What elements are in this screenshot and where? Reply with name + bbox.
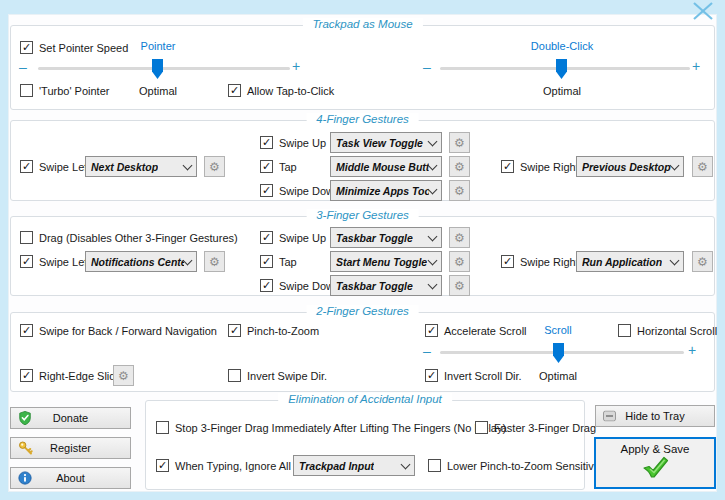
4f-swipe-right-gear-button[interactable]: ⚙ bbox=[692, 156, 713, 177]
3f-swipe-left-gear-button[interactable]: ⚙ bbox=[204, 251, 225, 272]
3f-tap-checkbox[interactable]: Tap bbox=[260, 255, 297, 268]
hide-to-tray-button[interactable]: Hide to Tray bbox=[595, 405, 715, 427]
3f-tap-dropdown[interactable]: Start Menu Toggle bbox=[330, 251, 442, 272]
gear-icon: ⚙ bbox=[454, 137, 465, 149]
pointer-plus-label: + bbox=[292, 59, 300, 73]
4f-swipe-down-checkbox[interactable]: Swipe Down bbox=[260, 184, 340, 197]
dropdown-value: Start Menu Toggle bbox=[336, 256, 427, 268]
2f-right-edge-slide-gear-button[interactable]: ⚙ bbox=[113, 365, 134, 386]
checkbox-label: Invert Scroll Dir. bbox=[444, 370, 522, 382]
2f-invert-scroll-checkbox[interactable]: Invert Scroll Dir. bbox=[425, 369, 522, 382]
set-pointer-speed-checkbox[interactable]: Set Pointer Speed bbox=[20, 41, 128, 54]
ignore-input-dropdown[interactable]: Trackpad Input bbox=[293, 455, 415, 476]
dropdown-value: Task View Toggle bbox=[336, 137, 423, 149]
4f-swipe-left-gear-button[interactable]: ⚙ bbox=[204, 156, 225, 177]
3f-tap-gear-button[interactable]: ⚙ bbox=[449, 251, 470, 272]
checkbox-label: Swipe Left bbox=[39, 161, 90, 173]
gear-icon: ⚙ bbox=[454, 232, 465, 244]
turbo-pointer-checkbox[interactable]: 'Turbo' Pointer bbox=[20, 84, 109, 97]
chevron-down-icon bbox=[670, 255, 680, 265]
pointer-slider-track[interactable] bbox=[38, 67, 290, 70]
4f-swipe-up-gear-button[interactable]: ⚙ bbox=[449, 132, 470, 153]
checkbox-box-icon bbox=[501, 255, 514, 268]
gear-icon: ⚙ bbox=[454, 161, 465, 173]
3f-swipe-down-checkbox[interactable]: Swipe Down bbox=[260, 279, 340, 292]
4f-swipe-up-checkbox[interactable]: Swipe Up bbox=[260, 136, 326, 149]
4f-swipe-down-gear-button[interactable]: ⚙ bbox=[449, 180, 470, 201]
chevron-down-icon bbox=[428, 160, 438, 170]
apply-save-button[interactable]: Apply & Save bbox=[594, 437, 716, 489]
checkbox-label: Drag (Disables Other 3-Finger Gestures) bbox=[39, 232, 238, 244]
4f-swipe-down-dropdown[interactable]: Minimize Apps Toogle bbox=[330, 180, 442, 201]
chevron-down-icon bbox=[183, 255, 193, 265]
checkbox-label: Swipe Up bbox=[279, 137, 326, 149]
3f-swipe-right-gear-button[interactable]: ⚙ bbox=[692, 251, 713, 272]
4f-tap-gear-button[interactable]: ⚙ bbox=[449, 156, 470, 177]
4f-swipe-left-dropdown[interactable]: Next Desktop bbox=[85, 156, 197, 177]
3f-swipe-down-gear-button[interactable]: ⚙ bbox=[449, 275, 470, 296]
donate-button[interactable]: Donate bbox=[10, 407, 131, 429]
allow-tap-to-click-checkbox[interactable]: Allow Tap-to-Click bbox=[228, 84, 334, 97]
2f-right-edge-slide-checkbox[interactable]: Right-Edge Slide bbox=[20, 369, 122, 382]
3f-swipe-up-gear-button[interactable]: ⚙ bbox=[449, 227, 470, 248]
close-icon bbox=[691, 2, 715, 20]
4f-tap-dropdown[interactable]: Middle Mouse Button C bbox=[330, 156, 442, 177]
lower-pinch-sensitivity-checkbox[interactable]: Lower Pinch-to-Zoom Sensitivity bbox=[428, 459, 605, 472]
checkbox-label: Allow Tap-to-Click bbox=[247, 85, 334, 97]
checkbox-box-icon bbox=[428, 459, 441, 472]
checkbox-label: Pinch-to-Zoom bbox=[247, 325, 319, 337]
checkbox-label: Stop 3-Finger Drag Immediately After Lif… bbox=[175, 422, 506, 434]
faster-3f-drag-checkbox[interactable]: Faster 3-Finger Drag bbox=[475, 421, 596, 434]
4f-swipe-up-dropdown[interactable]: Task View Toggle bbox=[330, 132, 442, 153]
checkbox-label: 'Turbo' Pointer bbox=[39, 85, 109, 97]
2f-back-forward-checkbox[interactable]: Swipe for Back / Forward Navigation bbox=[20, 324, 217, 337]
chevron-down-icon bbox=[670, 160, 680, 170]
3f-swipe-down-dropdown[interactable]: Taskbar Toggle bbox=[330, 275, 442, 296]
dropdown-value: Taskbar Toggle bbox=[336, 232, 413, 244]
checkbox-box-icon bbox=[425, 369, 438, 382]
2f-horizontal-scroll-checkbox[interactable]: Horizontal Scroll bbox=[618, 324, 717, 337]
checkbox-label: Swipe Up bbox=[279, 232, 326, 244]
3f-swipe-right-checkbox[interactable]: Swipe Right bbox=[501, 255, 579, 268]
checkbox-label: Set Pointer Speed bbox=[39, 42, 128, 54]
group-title: Trackpad as Mouse bbox=[302, 18, 422, 30]
checkbox-box-icon bbox=[20, 84, 33, 97]
dropdown-value: Trackpad Input bbox=[299, 460, 374, 472]
2f-pinch-to-zoom-checkbox[interactable]: Pinch-to-Zoom bbox=[228, 324, 319, 337]
2f-invert-swipe-checkbox[interactable]: Invert Swipe Dir. bbox=[228, 369, 327, 382]
4f-swipe-left-checkbox[interactable]: Swipe Left bbox=[20, 160, 90, 173]
3f-swipe-left-dropdown[interactable]: Notifications Center To bbox=[85, 251, 197, 272]
4f-tap-checkbox[interactable]: Tap bbox=[260, 160, 297, 173]
3f-swipe-right-dropdown[interactable]: Run Application bbox=[576, 251, 684, 272]
scroll-slider-label: Scroll bbox=[544, 324, 572, 336]
close-button[interactable] bbox=[690, 1, 716, 21]
pointer-slider-label: Pointer bbox=[141, 40, 176, 52]
checkbox-box-icon bbox=[425, 324, 438, 337]
minimize-to-tray-icon bbox=[603, 411, 616, 422]
chevron-down-icon bbox=[428, 136, 438, 146]
stop-3f-drag-checkbox[interactable]: Stop 3-Finger Drag Immediately After Lif… bbox=[156, 421, 506, 434]
4f-swipe-right-checkbox[interactable]: Swipe Right bbox=[501, 160, 579, 173]
about-button[interactable]: About bbox=[10, 467, 131, 489]
dropdown-value: Next Desktop bbox=[91, 161, 158, 173]
checkbox-box-icon bbox=[475, 421, 488, 434]
3f-drag-checkbox[interactable]: Drag (Disables Other 3-Finger Gestures) bbox=[20, 231, 238, 244]
when-typing-ignore-checkbox[interactable]: When Typing, Ignore All bbox=[156, 459, 291, 472]
checkbox-box-icon bbox=[260, 184, 273, 197]
register-button[interactable]: Register bbox=[10, 437, 131, 459]
4f-swipe-right-dropdown[interactable]: Previous Desktop bbox=[576, 156, 684, 177]
dropdown-value: Taskbar Toggle bbox=[336, 280, 413, 292]
dropdown-value: Middle Mouse Button C bbox=[336, 161, 429, 173]
button-label: About bbox=[56, 472, 85, 484]
3f-swipe-up-checkbox[interactable]: Swipe Up bbox=[260, 231, 326, 244]
checkbox-box-icon bbox=[20, 160, 33, 173]
3f-swipe-up-dropdown[interactable]: Taskbar Toggle bbox=[330, 227, 442, 248]
chevron-down-icon bbox=[428, 231, 438, 241]
scroll-plus-label: + bbox=[688, 343, 696, 357]
3f-swipe-left-checkbox[interactable]: Swipe Left bbox=[20, 255, 90, 268]
checkbox-label: Tap bbox=[279, 161, 297, 173]
group-title: 3-Finger Gestures bbox=[306, 209, 419, 221]
2f-accelerate-scroll-checkbox[interactable]: Accelerate Scroll bbox=[425, 324, 527, 337]
double-click-minus-label: – bbox=[423, 60, 431, 74]
button-label: Register bbox=[50, 442, 91, 454]
